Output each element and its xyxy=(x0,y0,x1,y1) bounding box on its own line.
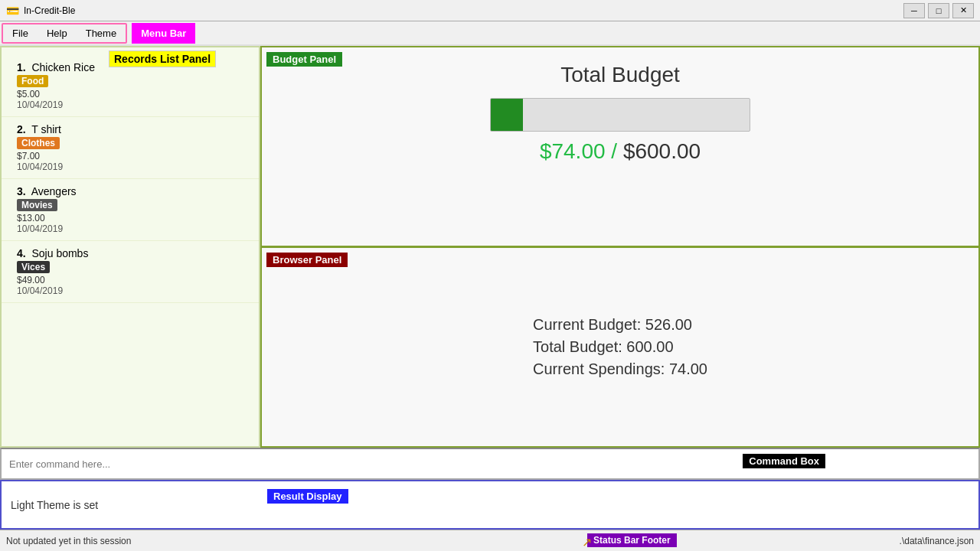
records-container: 1. Chicken Rice Food $5.00 10/04/2019 2.… xyxy=(2,55,259,303)
record-num-name: 4. Soju bombs xyxy=(17,247,250,259)
app-title: In-Credit-Ble xyxy=(24,5,75,16)
budget-panel: Budget Panel Total Budget $74.00 / $600.… xyxy=(262,47,978,248)
records-panel-label: Records List Panel xyxy=(109,51,216,67)
browser-panel: Browser Panel Current Budget: 526.00Tota… xyxy=(262,248,978,446)
status-left: Not updated yet in this session xyxy=(6,536,131,546)
minimize-button[interactable]: ─ xyxy=(903,3,925,18)
record-num-name: 3. Avengers xyxy=(17,185,250,197)
title-bar: 💳 In-Credit-Ble ─ □ ✕ xyxy=(0,0,980,21)
record-amount: $49.00 xyxy=(17,275,250,285)
status-right: .\data\finance.json xyxy=(900,536,974,546)
status-bar: Not updated yet in this session Status B… xyxy=(0,530,980,551)
record-amount: $13.00 xyxy=(17,213,250,223)
record-category: Movies xyxy=(17,199,57,211)
budget-spent: $74.00 xyxy=(540,139,606,163)
budget-title: Total Budget xyxy=(560,63,680,87)
list-item[interactable]: 2. T shirt Clothes $7.00 10/04/2019 xyxy=(2,117,259,179)
result-text: Light Theme is set xyxy=(11,499,98,511)
record-category: Vices xyxy=(17,261,50,273)
progress-bar xyxy=(490,98,750,132)
record-amount: $7.00 xyxy=(17,151,250,161)
status-bar-label: Status Bar Footer xyxy=(587,533,677,547)
main-area: Records List Panel 1. Chicken Rice Food … xyxy=(0,46,980,448)
status-arrow: ↗ xyxy=(582,535,592,549)
budget-separator: / xyxy=(611,139,623,163)
progress-bar-fill xyxy=(491,99,523,131)
menu-help[interactable]: Help xyxy=(38,24,77,42)
record-category: Clothes xyxy=(17,137,60,149)
list-item[interactable]: 3. Avengers Movies $13.00 10/04/2019 xyxy=(2,179,259,241)
budget-amounts: $74.00 / $600.00 xyxy=(540,139,701,164)
record-date: 10/04/2019 xyxy=(17,285,250,296)
app-icon: 💳 xyxy=(6,5,19,17)
browser-line: Current Budget: 526.00 xyxy=(533,316,707,334)
record-date: 10/04/2019 xyxy=(17,161,250,172)
browser-lines-container: Current Budget: 526.00Total Budget: 600.… xyxy=(533,311,707,383)
record-category: Food xyxy=(17,75,48,87)
budget-panel-label: Budget Panel xyxy=(266,52,342,67)
right-panels: Budget Panel Total Budget $74.00 / $600.… xyxy=(260,46,980,448)
browser-line: Current Spendings: 74.00 xyxy=(533,360,707,378)
menu-group: File Help Theme xyxy=(2,23,127,44)
command-input[interactable] xyxy=(2,449,978,478)
budget-total: $600.00 xyxy=(623,139,701,163)
record-date: 10/04/2019 xyxy=(17,99,250,110)
title-left: 💳 In-Credit-Ble xyxy=(6,5,75,17)
close-button[interactable]: ✕ xyxy=(952,3,974,18)
maximize-button[interactable]: □ xyxy=(928,3,949,18)
menu-bar-label: Menu Bar xyxy=(132,23,195,44)
menu-file[interactable]: File xyxy=(3,24,38,42)
menu-bar: File Help Theme Menu Bar xyxy=(0,21,980,46)
result-display-label: Result Display xyxy=(267,489,348,504)
browser-line: Total Budget: 600.00 xyxy=(533,338,707,356)
record-date: 10/04/2019 xyxy=(17,223,250,234)
record-amount: $5.00 xyxy=(17,89,250,99)
record-num-name: 2. T shirt xyxy=(17,123,250,135)
command-box-area: Command Box xyxy=(0,448,980,480)
records-panel: Records List Panel 1. Chicken Rice Food … xyxy=(0,46,260,448)
menu-theme[interactable]: Theme xyxy=(77,24,126,42)
result-display: Light Theme is set Result Display xyxy=(0,480,980,530)
browser-panel-label: Browser Panel xyxy=(266,253,348,267)
list-item[interactable]: 4. Soju bombs Vices $49.00 10/04/2019 xyxy=(2,241,259,303)
title-controls: ─ □ ✕ xyxy=(903,3,974,18)
command-box-label: Command Box xyxy=(743,454,825,468)
